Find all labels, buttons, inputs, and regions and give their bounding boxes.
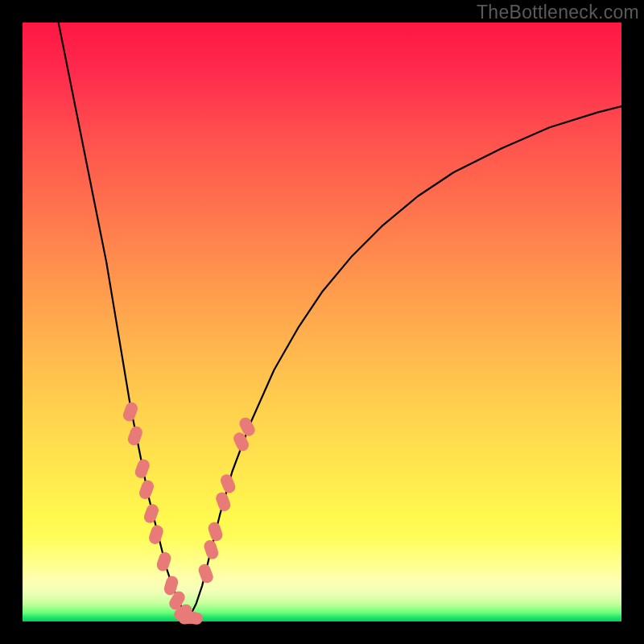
right-beads-3 [214,490,232,513]
chart-overlay [23,23,621,621]
right-beads-4 [219,473,237,495]
plot-area [23,23,621,621]
left-beads-6 [155,551,173,572]
svg-rect-5 [147,523,165,545]
svg-rect-16 [219,473,237,495]
left-beads-3 [138,478,155,501]
chart-root: TheBottleneck.com [0,0,644,644]
watermark-text: TheBottleneck.com [477,2,639,23]
left-beads-1 [126,425,144,448]
curve-right-curve [188,106,621,618]
curves-group [59,23,621,618]
left-beads-4 [142,502,160,525]
beads-group [122,401,257,625]
svg-rect-12 [197,563,215,585]
right-beads-1 [203,539,221,560]
svg-rect-4 [142,502,160,525]
svg-rect-13 [203,539,221,560]
svg-rect-6 [155,551,173,572]
svg-rect-2 [134,457,151,480]
left-beads-0 [122,401,139,423]
right-beads-2 [207,521,225,543]
svg-rect-3 [138,478,155,501]
right-beads-0 [197,563,215,585]
svg-rect-15 [214,490,232,513]
svg-rect-14 [207,521,225,543]
left-beads-2 [134,457,151,480]
svg-rect-0 [122,401,139,423]
curve-left-curve [59,23,188,618]
left-beads-5 [147,523,165,545]
svg-rect-1 [126,425,144,448]
